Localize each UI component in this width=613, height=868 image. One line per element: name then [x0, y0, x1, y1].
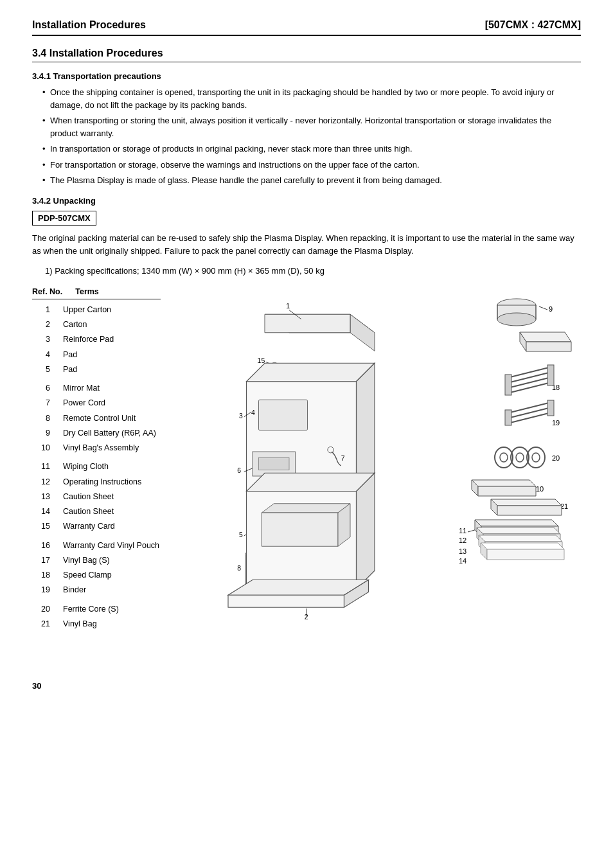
ref-term: Warranty Card Vinyl Pouch — [63, 539, 159, 553]
svg-text:20: 20 — [552, 454, 560, 462]
svg-marker-1 — [350, 314, 375, 351]
ref-term: Binder — [63, 583, 86, 597]
svg-marker-90 — [475, 520, 558, 526]
ref-no: 7 — [32, 396, 50, 410]
svg-marker-38 — [262, 513, 338, 546]
bullet-3: In transportation or storage of products… — [42, 143, 581, 155]
ref-no: 18 — [32, 569, 50, 582]
ref-table: Ref. No. Terms 1Upper Carton2Carton3Rein… — [32, 287, 161, 662]
bullet-5: The Plasma Display is made of glass. Ple… — [42, 174, 581, 187]
ref-row: 18Speed Clamp — [32, 569, 161, 582]
ref-no: 16 — [32, 539, 50, 553]
transportation-bullets: Once the shipping container is opened, t… — [32, 86, 581, 187]
svg-point-75 — [532, 453, 540, 462]
svg-marker-34 — [247, 473, 375, 492]
ref-term: Pad — [63, 363, 77, 376]
upper-carton-shape: 1 — [265, 303, 375, 351]
bullet-4: For transportation or storage, observe t… — [42, 159, 581, 172]
svg-text:6: 6 — [237, 467, 241, 474]
packing-spec: 1) Packing specifications; 1340 mm (W) ×… — [45, 265, 581, 278]
ref-row: 15Warranty Card — [32, 520, 161, 533]
svg-marker-36 — [357, 473, 375, 589]
svg-marker-53 — [520, 332, 571, 342]
ref-no: 15 — [32, 520, 50, 533]
svg-text:8: 8 — [237, 565, 241, 572]
ref-term: Warranty Card — [63, 520, 115, 533]
svg-marker-80 — [478, 486, 536, 496]
svg-marker-10 — [247, 363, 375, 382]
svg-rect-68 — [547, 400, 554, 416]
diagram-main: 1 15 16 3 — [167, 287, 446, 662]
svg-text:12: 12 — [459, 536, 466, 544]
ref-term: Operating Instructions — [63, 475, 141, 489]
svg-marker-84 — [497, 506, 562, 515]
svg-text:3: 3 — [239, 412, 243, 420]
ref-no: 1 — [32, 303, 50, 317]
ref-row: 3Reinforce Pad — [32, 333, 161, 346]
ref-group: 1Upper Carton2Carton3Reinforce Pad4Pad5P… — [32, 303, 161, 376]
svg-marker-11 — [357, 363, 375, 492]
ref-table-header: Ref. No. Terms — [32, 287, 161, 299]
right-diagram-svg: 9 17 18 — [452, 287, 581, 660]
ref-no: 9 — [32, 427, 50, 440]
ref-term: Pad — [63, 348, 77, 362]
ref-no: 12 — [32, 475, 50, 489]
svg-marker-82 — [491, 499, 562, 506]
svg-marker-55 — [526, 342, 571, 351]
ref-no: 2 — [32, 318, 50, 332]
svg-rect-62 — [547, 365, 554, 385]
ref-term: Vinyl Bag — [63, 617, 97, 631]
ref-term: Mirror Mat — [63, 382, 100, 395]
svg-rect-21 — [259, 457, 290, 470]
ref-row: 1Upper Carton — [32, 303, 161, 317]
ref-no: 17 — [32, 554, 50, 567]
ref-no: 20 — [32, 603, 50, 616]
ref-no: 5 — [32, 363, 50, 376]
svg-text:19: 19 — [552, 419, 560, 427]
ref-term: Vinyl Bag (S) — [63, 554, 110, 567]
svg-rect-67 — [505, 410, 511, 425]
ref-row: 9Dry Cell Battery (R6P, AA) — [32, 427, 161, 440]
ref-row: 2Carton — [32, 318, 161, 332]
ref-no: 3 — [32, 333, 50, 346]
svg-text:1: 1 — [286, 303, 290, 310]
svg-line-60 — [510, 383, 549, 393]
ref-row: 12Operating Instructions — [32, 475, 161, 489]
ref-term: Ferrite Core (S) — [63, 603, 119, 616]
subsection1-title: 3.4.1 Transportation precautions — [32, 71, 581, 81]
ref-term: Reinforce Pad — [63, 333, 114, 346]
svg-text:5: 5 — [239, 531, 243, 538]
svg-marker-96 — [479, 535, 562, 542]
ref-term: Remote Control Unit — [63, 412, 136, 425]
ref-term: Carton — [63, 318, 87, 332]
ref-term: Vinyl Bag's Assembly — [63, 441, 139, 455]
ref-term: Power Cord — [63, 396, 105, 410]
ref-no: 8 — [32, 412, 50, 425]
ref-no: 10 — [32, 441, 50, 455]
page-header: Installation Procedures [507CMX : 427CMX… — [32, 19, 581, 36]
svg-text:14: 14 — [459, 557, 466, 565]
svg-marker-99 — [481, 543, 564, 549]
svg-rect-14 — [259, 400, 308, 430]
ref-term: Caution Sheet — [63, 490, 114, 504]
svg-line-59 — [510, 378, 549, 387]
body-text-1: The original packing material can be re-… — [32, 232, 581, 259]
ref-row: 7Power Cord — [32, 396, 161, 410]
ref-row: 10Vinyl Bag's Assembly — [32, 441, 161, 455]
header-right-title: [507CMX : 427CMX] — [485, 19, 581, 31]
svg-marker-2 — [265, 314, 350, 333]
ref-group: 11Wiping Cloth12Operating Instructions13… — [32, 460, 161, 533]
svg-point-49 — [497, 313, 536, 326]
ref-row: 13Caution Sheet — [32, 490, 161, 504]
svg-marker-78 — [472, 480, 536, 486]
svg-text:7: 7 — [341, 455, 345, 462]
ref-no: 6 — [32, 382, 50, 395]
svg-marker-101 — [487, 549, 564, 560]
ref-no: 11 — [32, 460, 50, 474]
ref-term: Speed Clamp — [63, 569, 112, 582]
svg-point-71 — [500, 453, 508, 462]
ref-row: 17Vinyl Bag (S) — [32, 554, 161, 567]
svg-line-66 — [510, 413, 549, 423]
ref-term: Caution Sheet — [63, 505, 114, 518]
page-number: 30 — [32, 681, 581, 691]
